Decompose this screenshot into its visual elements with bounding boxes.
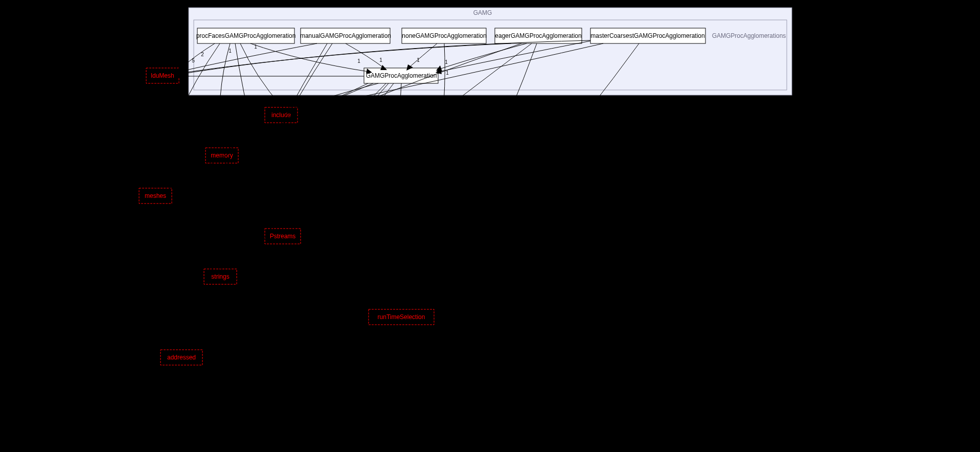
svg-text:3: 3 bbox=[395, 299, 398, 304]
inner-region-label: GAMGProcAgglomerations bbox=[712, 32, 786, 39]
svg-text:GAMGProcAgglomeration: GAMGProcAgglomeration bbox=[366, 72, 437, 79]
svg-text:1: 1 bbox=[226, 258, 229, 263]
node-include[interactable]: include bbox=[265, 107, 298, 123]
svg-text:noneGAMGProcAgglomeration: noneGAMGProcAgglomeration bbox=[402, 32, 486, 39]
svg-text:strings: strings bbox=[211, 273, 229, 280]
svg-text:1: 1 bbox=[218, 139, 221, 145]
svg-text:masterCoarsestGAMGProcAgglomer: masterCoarsestGAMGProcAgglomeration bbox=[590, 32, 704, 39]
svg-text:procFacesGAMGProcAgglomeration: procFacesGAMGProcAgglomeration bbox=[196, 32, 296, 39]
svg-text:1: 1 bbox=[189, 337, 192, 343]
svg-text:addressed: addressed bbox=[167, 354, 196, 361]
svg-text:2: 2 bbox=[201, 52, 204, 57]
node-memory[interactable]: memory bbox=[206, 148, 238, 163]
node-masterCoarsest[interactable]: masterCoarsestGAMGProcAgglomeration bbox=[590, 28, 705, 43]
svg-text:Pstreams: Pstreams bbox=[270, 233, 296, 240]
svg-text:1: 1 bbox=[254, 44, 257, 50]
node-gamgProcAgglomeration[interactable]: GAMGProcAgglomeration bbox=[364, 68, 438, 83]
node-meshes[interactable]: meshes bbox=[139, 188, 172, 204]
node-runTimeSelection[interactable]: runTimeSelection bbox=[369, 309, 434, 325]
svg-text:1: 1 bbox=[446, 70, 449, 76]
svg-text:lduMesh: lduMesh bbox=[151, 72, 174, 79]
svg-text:1: 1 bbox=[275, 97, 278, 102]
svg-text:1: 1 bbox=[229, 48, 232, 54]
node-strings[interactable]: strings bbox=[204, 269, 237, 284]
node-addressed[interactable]: addressed bbox=[161, 350, 202, 365]
svg-text:1: 1 bbox=[161, 176, 164, 182]
svg-text:memory: memory bbox=[211, 152, 233, 159]
svg-text:1: 1 bbox=[357, 58, 360, 64]
svg-text:1: 1 bbox=[180, 183, 183, 188]
node-procFaces[interactable]: procFacesGAMGProcAgglomeration bbox=[196, 28, 296, 43]
svg-text:manualGAMGProcAgglomeration: manualGAMGProcAgglomeration bbox=[300, 32, 391, 39]
node-none[interactable]: noneGAMGProcAgglomeration bbox=[402, 28, 487, 43]
svg-text:5: 5 bbox=[192, 58, 195, 63]
svg-text:1: 1 bbox=[203, 337, 206, 343]
node-lduMesh[interactable]: lduMesh bbox=[146, 68, 179, 83]
svg-text:1: 1 bbox=[445, 59, 448, 65]
svg-text:1: 1 bbox=[379, 57, 382, 63]
svg-text:eagerGAMGProcAgglomeration: eagerGAMGProcAgglomeration bbox=[495, 32, 581, 39]
svg-text:meshes: meshes bbox=[145, 192, 166, 199]
svg-text:1: 1 bbox=[238, 255, 241, 261]
node-Pstreams[interactable]: Pstreams bbox=[265, 229, 301, 244]
svg-text:1: 1 bbox=[417, 57, 420, 63]
node-manual[interactable]: manualGAMGProcAgglomeration bbox=[300, 28, 391, 43]
svg-text:runTimeSelection: runTimeSelection bbox=[378, 313, 425, 321]
svg-text:20: 20 bbox=[181, 69, 187, 74]
outer-region-label: GAMG bbox=[473, 9, 492, 16]
